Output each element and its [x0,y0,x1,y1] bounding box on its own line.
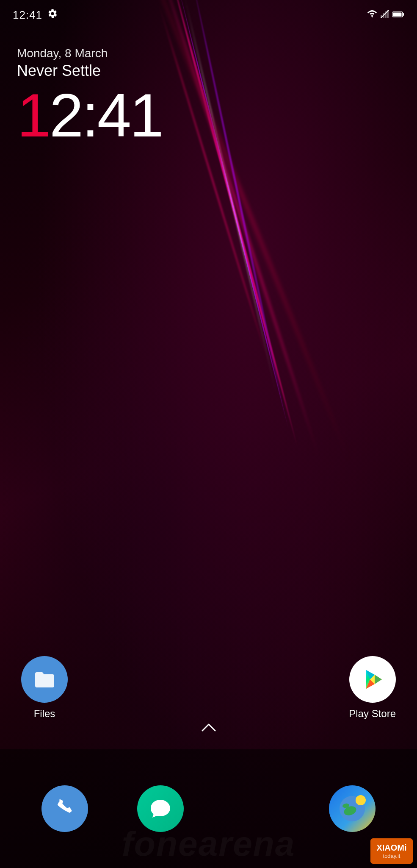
play-store-label: Play Store [349,708,396,720]
status-bar: 12:41 [0,0,417,30]
files-icon-circle [21,656,68,703]
wifi-icon [367,10,377,20]
play-store-icon-circle [349,656,396,703]
svg-rect-6 [403,13,404,16]
phone-icon-circle [41,785,88,832]
svg-rect-7 [393,12,402,16]
large-clock: 12:41 [17,85,162,146]
signal-icon [381,10,389,20]
clock-remaining: 2:41 [50,81,162,150]
dock-bar [0,749,417,868]
files-label: Files [34,708,55,720]
date-text: Monday, 8 March [17,47,108,60]
status-right [367,10,404,20]
light-streak-5 [157,0,270,365]
light-streak-4 [148,0,321,461]
settings-icon[interactable] [47,8,58,21]
drawer-arrow[interactable] [200,719,217,737]
app-icons-row: Files Pla [0,656,417,720]
xiaomi-badge: XIAOMi today.it [370,838,413,864]
motto-text: Never Settle [17,62,108,80]
weather-app[interactable] [329,785,376,832]
date-section: Monday, 8 March Never Settle [17,47,108,80]
clock-red-digit: 1 [17,81,50,150]
play-store-app[interactable]: Play Store [349,656,396,720]
messages-icon-circle [137,785,184,832]
status-time: 12:41 [13,8,42,22]
xiaomi-logo: XIAOMi [376,843,406,853]
phone-app[interactable] [41,785,88,832]
status-left: 12:41 [13,8,58,22]
weather-icon-circle [329,785,376,832]
light-streak-1 [165,0,299,449]
battery-icon [392,10,404,20]
messages-app[interactable] [137,785,184,832]
svg-marker-10 [375,675,382,684]
xiaomi-sub: today.it [383,853,400,859]
files-app[interactable]: Files [21,656,68,720]
